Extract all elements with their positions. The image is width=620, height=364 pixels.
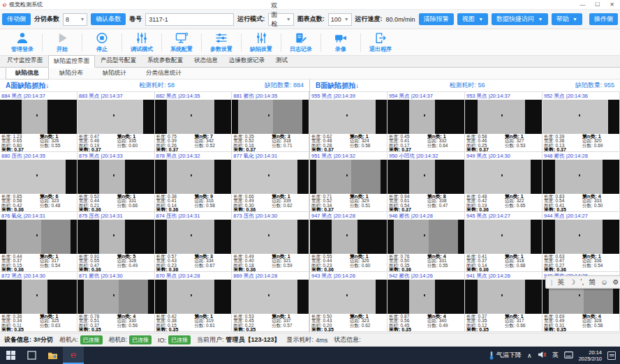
file-explorer-button[interactable] <box>42 347 63 364</box>
defect-cell[interactable]: 877 氧化 |20:14:31长度: 0.66宽度: 0.49面积: 0.30… <box>232 152 309 212</box>
tab-sub-1[interactable]: 缺陷分布 <box>50 68 92 79</box>
defect-cell-header: 951 黑点 |20:14:32 <box>310 152 387 160</box>
defect-cell[interactable]: 949 黑点 |20:14:30长度: 0.48宽度: 0.42面积: 0.19… <box>465 152 542 212</box>
volume-muted-icon[interactable] <box>538 351 547 360</box>
tool-button-defectset[interactable]: 缺陷设置 <box>242 31 281 53</box>
defect-cell[interactable]: 872 黑点 |20:14:30长度: 0.36宽度: 0.34面积: 0.11… <box>0 272 78 332</box>
view-menu-button[interactable]: 视图 ▼ <box>457 13 488 25</box>
defect-meter: 米数: 0.36 <box>389 268 427 271</box>
defect-classification: 第n类: 4边距: 333分数: 0.50 <box>582 195 618 211</box>
defect-cell[interactable]: 942 擦伤 |20:14:26长度: 0.87宽度: 0.56面积: 0.45… <box>388 272 465 332</box>
defect-cell[interactable]: 943 黑点 |20:14:26长度: 0.50宽度: 0.43面积: 0.20… <box>310 272 388 332</box>
defect-cell-info: 长度: 0.44宽度: 0.37面积: 0.15米数: 0.36第n类: 1边距… <box>0 254 77 271</box>
tab-main-6[interactable]: 测试 <box>270 54 293 67</box>
tool-button-stop[interactable]: 停止 <box>82 31 121 53</box>
tab-main-3[interactable]: 系统参数配置 <box>142 54 189 67</box>
task-view-button[interactable] <box>21 347 42 364</box>
tab-main-4[interactable]: 状态信息 <box>189 54 223 67</box>
close-button[interactable]: ✕ <box>610 1 614 8</box>
ime-indicator[interactable]: 英 <box>552 351 559 360</box>
defect-cell[interactable]: 881 擦伤 |20:14:35长度: 0.35宽度: 0.52面积: 0.16… <box>232 92 309 152</box>
tab-sub-2[interactable]: 缺陷统计 <box>94 68 135 79</box>
defect-cell[interactable]: 879 黑点 |20:14:33长度: 0.52宽度: 0.44面积: 0.21… <box>78 152 155 212</box>
tool-button-play[interactable]: 开始 <box>43 31 82 53</box>
clear-alarm-button[interactable]: 清除报警 <box>419 13 454 25</box>
data-access-menu-button[interactable]: 数据快捷访问 ▼ <box>492 13 547 25</box>
defect-thumbnail <box>232 280 309 314</box>
defect-cell[interactable]: 880 压伤 |20:14:35长度: 0.85宽度: 0.58面积: 0.42… <box>0 152 78 212</box>
ime-lang-simplified[interactable]: 简 <box>589 278 596 287</box>
ime-emoji-icon[interactable]: ☺ <box>600 278 607 286</box>
tab-sub-3[interactable]: 分类信息统计 <box>137 68 191 79</box>
ime-language-bar[interactable]: |英☽’,简☺⚙ <box>545 275 620 289</box>
defect-cell[interactable]: 955 黑点 |20:14:39长度: 0.62宽度: 0.48面积: 0.28… <box>310 92 388 152</box>
confirm-count-button[interactable]: 确认条数 <box>91 13 126 25</box>
ime-settings-gear-icon[interactable]: ⚙ <box>613 278 619 286</box>
tool-button-monitor[interactable]: 系统配置 <box>162 31 201 53</box>
operator-side-button[interactable]: 操作侧 <box>589 13 618 25</box>
run-speed-value: 80.0m/min <box>386 16 415 23</box>
defect-cell[interactable]: 947 黑点 |20:14:28长度: 0.55宽度: 0.44面积: 0.23… <box>310 212 388 272</box>
defect-cell[interactable]: 946 擦伤 |20:14:28长度: 0.76宽度: 0.50面积: 0.35… <box>388 212 465 272</box>
tab-main-2[interactable]: 产品型号配置 <box>95 54 142 67</box>
defect-cell[interactable]: 950 小凹坑 |20:14:32长度: 0.94宽度: 0.61面积: 0.5… <box>388 152 465 212</box>
defect-cell[interactable]: 952 黑点 |20:14:36长度: 0.39宽度: 0.36面积: 0.13… <box>542 92 620 152</box>
ime-fullhalf-moon-icon[interactable]: ☽ <box>569 278 575 286</box>
tab-sub-0[interactable]: 缺陷信息 <box>6 67 49 79</box>
defect-cell[interactable]: 876 氧化 |20:14:31长度: 0.44宽度: 0.37面积: 0.15… <box>0 212 78 272</box>
tool-button-params[interactable]: 参数设置 <box>202 31 241 53</box>
roll-number-input[interactable] <box>145 13 234 26</box>
drive-side-button[interactable]: 传动侧 <box>2 13 31 25</box>
tray-expand-chevron[interactable]: ∧ <box>527 352 532 359</box>
ime-grip-handle[interactable]: | <box>551 279 552 286</box>
tool-button-exit[interactable]: 退出程序 <box>361 31 400 53</box>
taskbar-app-inspection-system[interactable]: ℮ <box>63 347 84 364</box>
defect-cell[interactable]: 873 压伤 |20:14:30长度: 0.49宽度: 0.40面积: 0.18… <box>232 212 309 272</box>
tab-main-1[interactable]: 缺陷监控界面 <box>48 55 95 68</box>
defect-cell[interactable]: 882 黑点 |20:14:35长度: 0.75宽度: 0.39面积: 0.26… <box>155 92 232 152</box>
defect-classification: 第n类: 1边距: 329分数: 0.51 <box>350 195 385 211</box>
defect-cell[interactable]: 878 黑点 |20:14:32长度: 0.38宽度: 0.41面积: 0.14… <box>155 152 232 212</box>
defect-cell[interactable]: 944 黑点 |20:14:27长度: 0.63宽度: 0.47面积: 0.27… <box>542 212 620 272</box>
notification-center-icon[interactable] <box>607 351 616 360</box>
tool-button-debug[interactable]: 调试模式 <box>122 31 161 53</box>
tab-main-0[interactable]: 尺寸监控界面 <box>1 54 48 67</box>
defect-cell[interactable]: 951 黑点 |20:14:32长度: 0.71宽度: 0.52面积: 0.34… <box>310 152 388 212</box>
weather-widget[interactable]: 气温下降 <box>489 351 522 360</box>
defect-cell-info: 长度: 0.83宽度: 0.54面积: 0.41米数: 0.35第n类: 4边距… <box>542 194 619 211</box>
help-menu-button[interactable]: 帮助 ▼ <box>552 13 582 25</box>
start-button[interactable] <box>0 347 21 364</box>
tool-button-label: 参数设置 <box>210 45 232 53</box>
minimize-button[interactable]: — <box>580 1 585 8</box>
windows-logo-icon <box>6 351 15 360</box>
defect-cell[interactable]: 954 黑点 |20:14:37长度: 0.45宽度: 0.41面积: 0.17… <box>388 92 465 152</box>
taskbar-clock[interactable]: 20:14 2025/2/10 <box>579 349 602 362</box>
defect-cell[interactable]: 874 压伤 |20:14:31长度: 0.57宽度: 0.43面积: 0.23… <box>155 212 232 272</box>
defect-cell[interactable]: 883 黑点 |20:14:37长度: 0.47宽度: 0.46面积: 0.19… <box>78 92 155 152</box>
maximize-button[interactable]: ☐ <box>595 1 600 8</box>
tool-button-user[interactable]: 管理登录 <box>3 31 42 53</box>
keyboard-icon[interactable] <box>564 351 573 360</box>
tool-button-label: 录像 <box>335 45 346 53</box>
windows-taskbar: ℮ 气温下降 ∧ 英 20:14 2025/2/10 <box>0 347 620 364</box>
ime-lang-english[interactable]: 英 <box>557 278 564 287</box>
run-mode-dropdown[interactable]: 双面检测 ▼ <box>268 13 293 26</box>
chart-points-dropdown[interactable]: 100 ▼ <box>328 13 352 26</box>
defect-cell[interactable]: 875 压伤 |20:14:31长度: 0.91宽度: 0.55面积: 0.47… <box>78 212 155 272</box>
ime-punctuation[interactable]: ’, <box>580 278 584 286</box>
tool-button-log[interactable]: 日志记录 <box>281 31 320 53</box>
defect-cell[interactable]: 869 黑点 |20:14:28长度: 0.53宽度: 0.45面积: 0.22… <box>232 272 309 332</box>
defect-cell[interactable]: 941 黑点 |20:14:26长度: 0.37宽度: 0.35面积: 0.12… <box>465 272 542 332</box>
split-count-dropdown[interactable]: 8 ▼ <box>63 13 87 26</box>
defect-cell[interactable]: 871 擦伤 |20:14:30长度: 0.78宽度: 0.51面积: 0.37… <box>78 272 155 332</box>
defect-cell[interactable]: 945 黑点 |20:14:27长度: 0.41宽度: 0.37面积: 0.14… <box>465 212 542 272</box>
defect-cell[interactable]: 870 黑点 |20:14:28长度: 0.42宽度: 0.38面积: 0.15… <box>155 272 232 332</box>
defect-cell[interactable]: 884 黑点 |20:14:37长度: 1.23宽度: 0.65面积: 0.80… <box>0 92 78 152</box>
tool-button-camera[interactable]: 录像 <box>321 31 360 53</box>
debug-icon <box>135 31 149 45</box>
defect-cell[interactable]: 948 擦伤 |20:14:28长度: 0.83宽度: 0.54面积: 0.41… <box>542 152 620 212</box>
tab-main-5[interactable]: 边缘数据记录 <box>223 54 270 67</box>
params-icon <box>214 31 228 45</box>
defect-cell[interactable]: 953 黑点 |20:14:37长度: 0.58宽度: 0.46面积: 0.25… <box>465 92 542 152</box>
defect-cell-header: 944 黑点 |20:14:27 <box>542 212 619 220</box>
